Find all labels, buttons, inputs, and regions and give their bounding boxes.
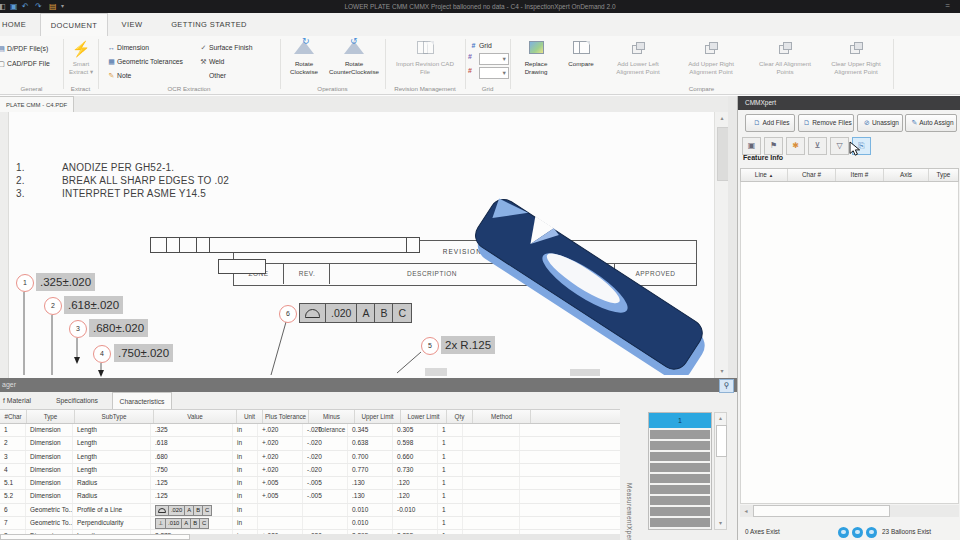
panel-splitter[interactable] xyxy=(728,96,737,378)
col-header-char[interactable]: Char # xyxy=(788,169,836,181)
dimension-label-2[interactable]: .618±.020 xyxy=(64,296,123,314)
characteristic-row[interactable]: 6Geometric To...Profile of a Line.020ABC… xyxy=(0,504,620,517)
balloon-list-header[interactable]: 1 xyxy=(649,413,711,428)
balloon-5[interactable]: 5 xyxy=(421,337,439,355)
balloon-4[interactable]: 4 xyxy=(93,345,111,363)
add-upper-right-alignment-point-button[interactable]: Add Upper RightAlignment Point xyxy=(678,38,744,75)
feature-info-list[interactable] xyxy=(740,182,959,504)
compare-button[interactable]: Compare xyxy=(560,38,602,68)
canvas-vertical-scrollbar[interactable]: ▴ ▾ xyxy=(714,112,729,378)
characteristics-col-header[interactable]: Upper Limit xyxy=(355,410,401,423)
measurementxpert-side-tab[interactable]: MeasurementXpert xyxy=(626,483,633,540)
import-revision-cad-file-button[interactable]: Import Revision CADFile xyxy=(393,38,457,75)
balloon-list-row[interactable] xyxy=(650,518,710,527)
balloon-6[interactable]: 6 xyxy=(279,305,297,323)
tab-view[interactable]: VIEW xyxy=(110,13,154,35)
scroll-down-icon[interactable]: ▾ xyxy=(715,365,729,378)
characteristic-row[interactable]: 7Geometric To...Perpendicularity⊥.010ABC… xyxy=(0,517,620,530)
scroll-thumb[interactable] xyxy=(753,505,890,517)
ocr-other-button[interactable]: Other xyxy=(198,70,226,82)
balloon-2[interactable]: 2 xyxy=(44,297,62,315)
ocr-weld-button[interactable]: ⚒Weld xyxy=(198,56,224,68)
characteristics-col-header[interactable]: Minus Tolerance xyxy=(309,410,355,423)
assign-feature-icon[interactable]: ✱ xyxy=(786,137,805,155)
dimension-label-1[interactable]: .325±.020 xyxy=(36,273,95,291)
characteristics-col-header[interactable]: Method xyxy=(473,410,531,423)
characteristics-col-header[interactable]: Qty xyxy=(447,410,473,423)
characteristic-row[interactable]: 5.1DimensionRadius.125in+.005-.005.130.1… xyxy=(0,477,620,490)
window-controls[interactable]: = xyxy=(945,0,950,12)
dimension-label-5[interactable]: 2x R.125 xyxy=(441,336,495,354)
balloon-1[interactable]: 1 xyxy=(16,274,34,292)
balloon-list-row[interactable] xyxy=(650,452,710,461)
characteristic-row[interactable]: 5.2DimensionRadius.125in+.005-.005.130.1… xyxy=(0,490,620,503)
ocr-surface-finish-button[interactable]: ✓Surface Finish xyxy=(198,42,252,54)
characteristics-col-header[interactable]: Value xyxy=(154,410,237,423)
tab-bill-of-material[interactable]: f Material xyxy=(0,392,42,408)
clear-all-alignment-points-button[interactable]: Clear All AlignmentPoints xyxy=(752,38,818,75)
characteristic-row[interactable]: 3DimensionLength.680in+.020-.0200.7000.6… xyxy=(0,451,620,464)
tab-home[interactable]: HOME xyxy=(0,13,36,35)
balloon-list-row[interactable] xyxy=(650,441,710,450)
document-tab[interactable]: PLATE CMM - C4.PDF xyxy=(0,96,74,112)
scroll-up-icon[interactable]: ▴ xyxy=(715,112,729,125)
unassign-button[interactable]: ⊘Unassign xyxy=(857,114,903,132)
ocr-geometric-tolerances-button[interactable]: ▦Geometric Tolerances xyxy=(106,56,183,68)
balloon-style-icon[interactable]: ▣ xyxy=(742,137,761,155)
scroll-left-icon[interactable]: ◂ xyxy=(740,505,752,517)
balloon-list-row[interactable] xyxy=(650,430,710,439)
auto-assign-button[interactable]: ✎Auto Assign xyxy=(905,114,957,132)
col-header-line[interactable]: Line ▲ xyxy=(741,169,788,181)
dimension-label-3[interactable]: .680±.020 xyxy=(89,319,148,337)
smart-extract-button[interactable]: ⚡ Smart Extract ▾ xyxy=(65,38,97,75)
tab-characteristics[interactable]: Characteristics xyxy=(112,392,172,409)
scroll-up-icon[interactable]: ▴ xyxy=(715,413,726,424)
balloon-status-icon-2[interactable] xyxy=(852,527,863,538)
characteristics-col-header[interactable]: #Char xyxy=(0,410,27,423)
characteristics-col-header[interactable]: Plus Tolerance xyxy=(263,410,309,423)
characteristic-row[interactable]: 4DimensionLength.750in+.020-.0200.7700.7… xyxy=(0,464,620,477)
remove-files-button[interactable]: 🗋Remove Files xyxy=(798,114,854,132)
feature-info-hscrollbar[interactable]: ◂ xyxy=(740,505,959,517)
pin-icon[interactable]: ⚲ xyxy=(719,379,734,393)
add-cad-pdf-files-button[interactable]: ▤D/PDF File(s) xyxy=(0,43,48,55)
grid-size-combo-2[interactable]: ▼ xyxy=(479,67,509,79)
clear-filter-icon[interactable]: ⊻ xyxy=(808,137,827,155)
characteristic-row[interactable]: 1DimensionLength.325in+.020-.0200.3450.3… xyxy=(0,424,620,437)
grid-toggle-button[interactable]: #Grid xyxy=(468,40,492,52)
rotate-counterclockwise-button[interactable]: ↺ Rotate CounterClockwise xyxy=(324,38,384,75)
flag-icon[interactable]: ⚑ xyxy=(764,137,783,155)
feature-control-frame[interactable]: .020 A B C xyxy=(299,303,412,323)
ocr-dimension-button[interactable]: ↔Dimension xyxy=(106,42,149,54)
balloon-3[interactable]: 3 xyxy=(69,320,87,338)
tab-specifications[interactable]: Specifications xyxy=(46,392,108,408)
characteristics-hscrollbar[interactable] xyxy=(0,534,620,540)
balloon-list-row[interactable] xyxy=(650,485,710,494)
balloon-status-icon-3[interactable] xyxy=(866,527,877,538)
scroll-thumb[interactable] xyxy=(716,425,727,457)
col-header-axis[interactable]: Axis xyxy=(884,169,929,181)
scroll-thumb[interactable] xyxy=(0,534,190,540)
ocr-note-button[interactable]: ✎Note xyxy=(106,70,131,82)
balloon-list-row[interactable] xyxy=(650,463,710,472)
filter-icon[interactable]: ▽ xyxy=(830,137,849,155)
add-lower-left-alignment-point-button[interactable]: Add Lower LeftAlignment Point xyxy=(606,38,670,75)
tab-document[interactable]: DOCUMENT xyxy=(40,13,108,36)
scroll-down-icon[interactable]: ▾ xyxy=(715,518,726,529)
balloon-list-row[interactable] xyxy=(650,474,710,483)
balloon-list-scrollbar[interactable]: ▴ ▾ xyxy=(714,412,727,530)
characteristics-col-header[interactable]: Lower Limit xyxy=(401,410,447,423)
remove-cad-pdf-file-button[interactable]: ▢CAD/PDF File xyxy=(0,58,50,70)
drawing-canvas[interactable]: REVISIONS ZONE REV. DESCRIPTION DATE APP… xyxy=(0,112,714,378)
dimension-label-4[interactable]: .750±.020 xyxy=(114,344,173,362)
tab-getting-started[interactable]: GETTING STARTED xyxy=(158,13,260,35)
clear-upper-right-alignment-point-button[interactable]: Clear Upper RightAlignment Point xyxy=(823,38,889,75)
grid-size-combo-1[interactable]: ▼ xyxy=(479,53,509,65)
replace-drawing-button[interactable]: ReplaceDrawing xyxy=(516,38,556,75)
col-header-item[interactable]: Item # xyxy=(836,169,884,181)
characteristics-col-header[interactable]: Unit xyxy=(237,410,263,423)
characteristics-col-header[interactable]: Type xyxy=(27,410,75,423)
characteristics-col-header[interactable]: SubType xyxy=(75,410,154,423)
add-files-button[interactable]: 🗋Add Files xyxy=(745,114,795,132)
balloon-list-row[interactable] xyxy=(650,507,710,516)
